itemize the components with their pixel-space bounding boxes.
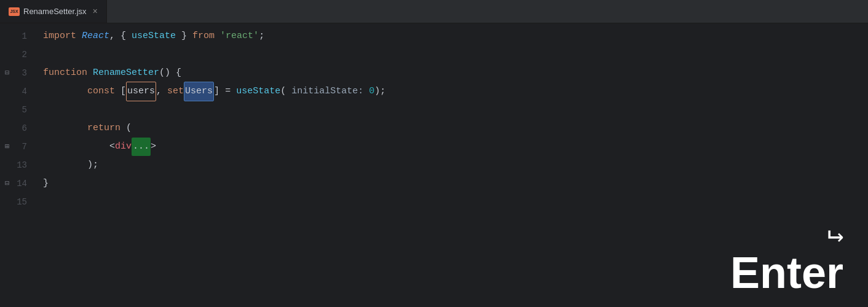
token-react: React	[82, 27, 109, 45]
token-indent4	[43, 82, 87, 101]
code-line-3: function RenameSetter () {	[37, 64, 868, 82]
code-line-7: < div ... >	[37, 138, 868, 156]
token-usestate: useState	[132, 27, 176, 45]
code-line-6: return (	[37, 119, 868, 138]
token-function: function	[43, 64, 93, 82]
token-bracket-open: [	[120, 82, 126, 101]
token-paren-close: );	[374, 82, 385, 101]
code-line-1: import React , { useState } from 'react'…	[37, 27, 868, 45]
token-import: import	[43, 27, 82, 45]
enter-arrow-icon: ↵	[827, 221, 844, 248]
code-line-5	[37, 101, 868, 119]
token-paren-open: (	[280, 82, 291, 101]
token-semi1: ;	[259, 27, 264, 45]
token-fnname: RenameSetter	[93, 64, 159, 82]
token-gt: >	[151, 138, 156, 156]
code-line-14: }	[37, 174, 868, 193]
enter-label: Enter	[730, 251, 843, 295]
line-num-5: 5	[0, 101, 37, 119]
jsx-icon: JSX	[9, 7, 20, 16]
code-line-15	[37, 193, 868, 211]
token-closeparen: );	[87, 156, 98, 174]
token-const: const	[87, 82, 120, 101]
token-set: set	[167, 82, 184, 101]
line-num-1: 1	[0, 27, 37, 45]
line-num-2: 2	[0, 45, 37, 64]
token-closebrace: }	[43, 174, 49, 193]
fold-icon-14[interactable]: ⊟	[5, 174, 9, 193]
file-tab[interactable]: JSX RenameSetter.jsx ×	[0, 0, 107, 23]
token-from: from	[192, 27, 215, 45]
token-ellipsis: ...	[132, 138, 151, 156]
token-equals: =	[225, 82, 236, 101]
token-react-string: 'react'	[220, 27, 259, 45]
token-return: return	[87, 119, 120, 138]
line-num-13: 13	[0, 156, 37, 174]
token-comma2: ,	[156, 82, 167, 101]
token-paren-return: (	[120, 119, 132, 138]
token-indent6	[43, 119, 87, 138]
line-num-15: 15	[0, 193, 37, 211]
token-comma1: , {	[109, 27, 132, 45]
token-space1	[215, 27, 220, 45]
line-num-6: 6	[0, 119, 37, 138]
editor: 1 2 ⊟ 3 4 5 6 ⊞ 7 13 ⊟ 14 15 import Reac…	[0, 23, 868, 307]
token-setusers: Users	[184, 82, 214, 101]
code-area[interactable]: import React , { useState } from 'react'…	[37, 23, 868, 307]
token-usestate2: useState	[236, 82, 280, 101]
token-initialstate: initialState:	[291, 82, 369, 101]
tab-close-button[interactable]: ×	[93, 7, 98, 16]
token-indent13	[43, 156, 87, 174]
token-brace-close: }	[176, 27, 192, 45]
token-lt: <	[109, 138, 115, 156]
line-num-14: ⊟ 14	[0, 174, 37, 193]
code-line-4: const [ users , setUsers ] = useState ( …	[37, 82, 868, 101]
token-bracket-close: ]	[214, 82, 225, 101]
token-users: users	[126, 82, 156, 101]
code-line-13: );	[37, 156, 868, 174]
line-num-4: 4	[0, 82, 37, 101]
line-num-7: ⊞ 7	[0, 138, 37, 156]
token-indent7	[43, 138, 109, 156]
tab-filename: RenameSetter.jsx	[23, 7, 87, 16]
token-parens: () {	[159, 64, 181, 82]
fold-icon-7[interactable]: ⊞	[5, 138, 9, 156]
token-div: div	[115, 138, 132, 156]
code-line-2	[37, 45, 868, 64]
enter-overlay: ↵ Enter	[730, 221, 843, 295]
line-number-gutter: 1 2 ⊟ 3 4 5 6 ⊞ 7 13 ⊟ 14 15	[0, 23, 37, 307]
token-zero: 0	[369, 82, 374, 101]
tab-bar: JSX RenameSetter.jsx ×	[0, 0, 868, 23]
line-num-3: ⊟ 3	[0, 64, 37, 82]
fold-icon-3[interactable]: ⊟	[5, 64, 9, 82]
